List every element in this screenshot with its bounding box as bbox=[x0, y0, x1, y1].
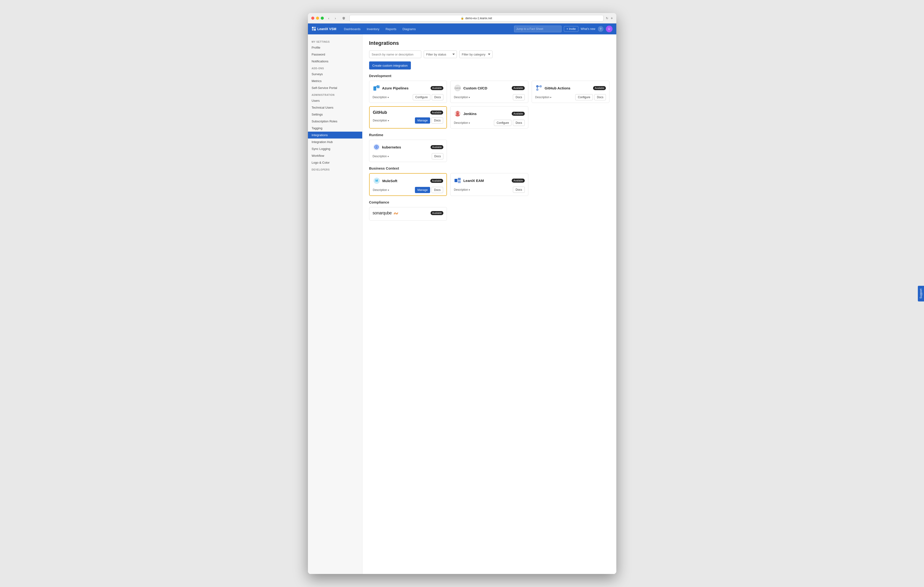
nav-inventory[interactable]: Inventory bbox=[364, 26, 382, 32]
card-leanix-eam[interactable]: LeanIX EAM Available Description Docs bbox=[450, 173, 528, 196]
docs-button[interactable]: Docs bbox=[432, 153, 443, 159]
configure-button[interactable]: Configure bbox=[575, 94, 593, 100]
card-header: CI/CD Custom CI/CD Available bbox=[454, 84, 525, 92]
svg-point-10 bbox=[536, 89, 538, 91]
svg-point-9 bbox=[540, 85, 542, 87]
card-custom-cicd[interactable]: CI/CD Custom CI/CD Available Description… bbox=[450, 81, 528, 103]
sidebar-item-sync-logging[interactable]: Sync Logging bbox=[308, 145, 362, 152]
card-footer: Description Docs bbox=[454, 187, 525, 193]
content-area: Integrations Filter by status Filter by … bbox=[363, 35, 616, 574]
svg-rect-27 bbox=[458, 181, 461, 183]
action-buttons: Docs bbox=[513, 94, 525, 100]
nav-diagrams[interactable]: Diagrams bbox=[400, 26, 419, 32]
action-buttons: Configure Docs bbox=[494, 120, 525, 126]
title-bar: ‹ › 🔒 demo-eu-1.leanix.net ↻ + bbox=[308, 13, 616, 23]
card-mulesoft[interactable]: M MuleSoft Available Description Manage … bbox=[369, 173, 447, 196]
help-button[interactable]: ? bbox=[598, 26, 604, 32]
sidebar-item-users[interactable]: Users bbox=[308, 97, 362, 104]
invite-button[interactable]: + Invite bbox=[564, 26, 578, 32]
available-badge: Available bbox=[512, 178, 525, 183]
business-context-cards: M MuleSoft Available Description Manage … bbox=[369, 173, 610, 196]
jump-to-factsheet-input[interactable] bbox=[514, 26, 561, 32]
configure-button[interactable]: Configure bbox=[494, 120, 512, 126]
whats-new-button[interactable]: What's new bbox=[581, 27, 596, 31]
nav-reports[interactable]: Reports bbox=[383, 26, 399, 32]
sidebar-item-self-service[interactable]: Self-Service Portal bbox=[308, 84, 362, 91]
configure-button[interactable]: Configure bbox=[413, 94, 430, 100]
docs-button[interactable]: Docs bbox=[432, 117, 443, 124]
card-github[interactable]: GitHub Available Description Manage Docs bbox=[369, 106, 447, 129]
azure-pipelines-icon bbox=[373, 84, 380, 92]
sidebar-item-tagging[interactable]: Tagging bbox=[308, 125, 362, 132]
manage-button[interactable]: Manage bbox=[415, 117, 430, 124]
shield-icon bbox=[342, 16, 345, 20]
card-name-row: kubernetes bbox=[373, 143, 401, 151]
card-name-row: M MuleSoft bbox=[373, 177, 398, 185]
support-tab[interactable]: Support bbox=[918, 285, 924, 301]
card-header: GitHub Actions Available bbox=[535, 84, 606, 92]
avatar[interactable]: U bbox=[606, 26, 612, 32]
minimize-button[interactable] bbox=[316, 16, 319, 20]
description-link[interactable]: Description bbox=[373, 119, 389, 122]
description-link[interactable]: Description bbox=[454, 188, 470, 191]
address-bar[interactable]: 🔒 demo-eu-1.leanix.net bbox=[350, 15, 604, 21]
nav-dashboards[interactable]: Dashboards bbox=[341, 26, 363, 32]
sidebar-item-notifications[interactable]: Notifications bbox=[308, 58, 362, 65]
new-tab-button[interactable]: + bbox=[610, 16, 613, 20]
available-badge: Available bbox=[593, 86, 606, 90]
sidebar-item-profile[interactable]: Profile bbox=[308, 44, 362, 51]
description-link[interactable]: Description bbox=[373, 155, 389, 158]
sidebar-item-integrations[interactable]: Integrations bbox=[308, 132, 362, 139]
svg-rect-0 bbox=[312, 27, 314, 28]
docs-button[interactable]: Docs bbox=[594, 94, 606, 100]
sidebar: MY SETTINGS Profile Password Notificatio… bbox=[308, 35, 363, 574]
description-link[interactable]: Description bbox=[454, 96, 470, 99]
description-link[interactable]: Description bbox=[535, 96, 551, 99]
description-link[interactable]: Description bbox=[373, 188, 389, 191]
sidebar-item-subscription-roles[interactable]: Subscription Roles bbox=[308, 118, 362, 125]
card-sonarqube[interactable]: sonarqube Available bbox=[369, 207, 447, 221]
card-jenkins[interactable]: Jenkins Available Description Configure … bbox=[450, 106, 528, 129]
close-button[interactable] bbox=[311, 16, 314, 20]
card-footer: Description Manage Docs bbox=[373, 117, 443, 124]
filter-status-select[interactable]: Filter by status bbox=[424, 51, 457, 58]
sidebar-item-surveys[interactable]: Surveys bbox=[308, 71, 362, 77]
sidebar-item-workflow[interactable]: Workflow bbox=[308, 152, 362, 159]
back-arrow[interactable]: ‹ bbox=[326, 16, 332, 21]
card-name-row: CI/CD Custom CI/CD bbox=[454, 84, 487, 92]
empty-cell bbox=[531, 106, 610, 129]
filter-category-select[interactable]: Filter by category bbox=[459, 51, 492, 58]
svg-rect-3 bbox=[314, 29, 316, 31]
sidebar-item-integration-hub[interactable]: Integration Hub bbox=[308, 139, 362, 145]
card-azure-pipelines[interactable]: Azure Pipelines Available Description Co… bbox=[369, 81, 447, 103]
available-badge: Available bbox=[512, 112, 525, 116]
empty-cell bbox=[531, 173, 610, 196]
manage-button[interactable]: Manage bbox=[415, 187, 430, 193]
search-input[interactable] bbox=[369, 51, 421, 58]
card-name: Jenkins bbox=[463, 112, 477, 116]
card-footer: Description Docs bbox=[454, 94, 525, 100]
description-link[interactable]: Description bbox=[373, 96, 389, 99]
docs-button[interactable]: Docs bbox=[432, 187, 443, 193]
sidebar-item-settings[interactable]: Settings bbox=[308, 111, 362, 118]
sidebar-item-logo-color[interactable]: Logo & Color bbox=[308, 159, 362, 166]
traffic-lights bbox=[311, 16, 324, 20]
docs-button[interactable]: Docs bbox=[432, 94, 443, 100]
card-kubernetes[interactable]: kubernetes Available Description Docs bbox=[369, 140, 447, 162]
sidebar-item-metrics[interactable]: Metrics bbox=[308, 77, 362, 84]
available-badge: Available bbox=[430, 179, 443, 183]
forward-arrow[interactable]: › bbox=[333, 16, 338, 21]
docs-button[interactable]: Docs bbox=[513, 94, 525, 100]
sidebar-item-technical-users[interactable]: Technical Users bbox=[308, 104, 362, 111]
card-name: Custom CI/CD bbox=[463, 86, 487, 90]
empty-cell bbox=[450, 140, 528, 162]
action-buttons: Manage Docs bbox=[415, 187, 443, 193]
create-custom-integration-button[interactable]: Create custom integration bbox=[369, 61, 411, 69]
docs-button[interactable]: Docs bbox=[513, 120, 525, 126]
docs-button[interactable]: Docs bbox=[513, 187, 525, 193]
maximize-button[interactable] bbox=[321, 16, 324, 20]
sidebar-item-password[interactable]: Password bbox=[308, 51, 362, 58]
refresh-button[interactable]: ↻ bbox=[606, 16, 608, 20]
description-link[interactable]: Description bbox=[454, 121, 470, 125]
card-github-actions[interactable]: GitHub Actions Available Description Con… bbox=[531, 81, 610, 103]
